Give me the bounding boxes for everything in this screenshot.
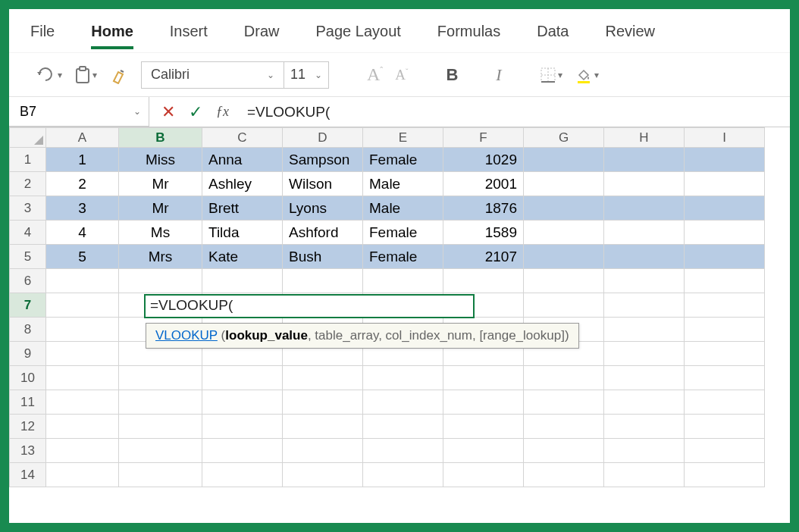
cell-H14[interactable] bbox=[604, 463, 685, 487]
borders-button[interactable]: ▾ bbox=[540, 67, 562, 83]
cell-I13[interactable] bbox=[685, 439, 765, 463]
cell-E14[interactable] bbox=[363, 463, 443, 487]
fx-icon[interactable]: ƒx bbox=[216, 104, 229, 120]
row-header-7[interactable]: 7 bbox=[10, 293, 46, 318]
cell-D7[interactable] bbox=[283, 293, 363, 318]
tooltip-function-link[interactable]: VLOOKUP bbox=[155, 328, 218, 343]
cancel-formula-button[interactable]: ✕ bbox=[161, 102, 175, 122]
column-header-C[interactable]: C bbox=[202, 128, 283, 148]
font-size-select[interactable]: 11 ⌄ bbox=[284, 62, 328, 88]
cell-C7[interactable] bbox=[202, 293, 283, 318]
column-header-H[interactable]: H bbox=[604, 128, 685, 148]
cell-I1[interactable] bbox=[685, 148, 765, 172]
cell-H5[interactable] bbox=[604, 245, 685, 269]
cell-G5[interactable] bbox=[524, 245, 604, 269]
cell-G12[interactable] bbox=[524, 415, 604, 439]
tab-home[interactable]: Home bbox=[91, 12, 133, 49]
cell-C5[interactable]: Kate bbox=[202, 245, 283, 269]
cell-C6[interactable] bbox=[202, 269, 283, 293]
cell-A9[interactable] bbox=[46, 342, 119, 366]
bold-button[interactable]: B bbox=[446, 65, 458, 85]
cell-B1[interactable]: Miss bbox=[119, 148, 202, 172]
column-header-F[interactable]: F bbox=[443, 128, 524, 148]
cell-A4[interactable]: 4 bbox=[46, 221, 119, 245]
cell-D10[interactable] bbox=[283, 366, 363, 390]
cell-F12[interactable] bbox=[443, 415, 524, 439]
cell-I2[interactable] bbox=[685, 172, 765, 196]
cell-B14[interactable] bbox=[119, 463, 202, 487]
cell-H1[interactable] bbox=[604, 148, 685, 172]
cell-G7[interactable] bbox=[524, 293, 604, 318]
cell-E2[interactable]: Male bbox=[363, 172, 443, 196]
cell-G3[interactable] bbox=[524, 196, 604, 221]
cell-D6[interactable] bbox=[283, 269, 363, 293]
cell-D5[interactable]: Bush bbox=[283, 245, 363, 269]
cell-I8[interactable] bbox=[685, 318, 765, 342]
cell-B12[interactable] bbox=[119, 415, 202, 439]
cell-F14[interactable] bbox=[443, 463, 524, 487]
tab-data[interactable]: Data bbox=[537, 12, 569, 49]
row-header-14[interactable]: 14 bbox=[10, 463, 46, 487]
cell-F7[interactable] bbox=[443, 293, 524, 318]
cell-H7[interactable] bbox=[604, 293, 685, 318]
tab-draw[interactable]: Draw bbox=[244, 12, 280, 49]
cell-E11[interactable] bbox=[363, 390, 443, 415]
cell-G2[interactable] bbox=[524, 172, 604, 196]
cell-A2[interactable]: 2 bbox=[46, 172, 119, 196]
font-select[interactable]: Calibri ⌄ 11 ⌄ bbox=[141, 61, 329, 89]
cell-I3[interactable] bbox=[685, 196, 765, 221]
row-header-10[interactable]: 10 bbox=[10, 366, 46, 390]
cell-F1[interactable]: 1029 bbox=[443, 148, 524, 172]
cell-F11[interactable] bbox=[443, 390, 524, 415]
row-header-13[interactable]: 13 bbox=[10, 439, 46, 463]
cell-A6[interactable] bbox=[46, 269, 119, 293]
cell-B4[interactable]: Ms bbox=[119, 221, 202, 245]
column-header-B[interactable]: B bbox=[119, 128, 202, 148]
cell-G4[interactable] bbox=[524, 221, 604, 245]
cell-F3[interactable]: 1876 bbox=[443, 196, 524, 221]
cell-H3[interactable] bbox=[604, 196, 685, 221]
cell-I5[interactable] bbox=[685, 245, 765, 269]
cell-C11[interactable] bbox=[202, 390, 283, 415]
row-header-4[interactable]: 4 bbox=[10, 221, 46, 245]
cell-C13[interactable] bbox=[202, 439, 283, 463]
cell-D11[interactable] bbox=[283, 390, 363, 415]
cell-B10[interactable] bbox=[119, 366, 202, 390]
cell-H4[interactable] bbox=[604, 221, 685, 245]
cell-E6[interactable] bbox=[363, 269, 443, 293]
tab-page-layout[interactable]: Page Layout bbox=[316, 12, 401, 49]
increase-font-button[interactable]: Aˆ bbox=[367, 64, 383, 85]
cell-H2[interactable] bbox=[604, 172, 685, 196]
cell-D12[interactable] bbox=[283, 415, 363, 439]
tab-review[interactable]: Review bbox=[605, 12, 655, 49]
cell-H8[interactable] bbox=[604, 318, 685, 342]
decrease-font-button[interactable]: Aˇ bbox=[395, 67, 408, 83]
cell-A3[interactable]: 3 bbox=[46, 196, 119, 221]
cell-E7[interactable] bbox=[363, 293, 443, 318]
name-box[interactable]: B7 ⌄ bbox=[9, 97, 149, 127]
cell-B6[interactable] bbox=[119, 269, 202, 293]
cell-G14[interactable] bbox=[524, 463, 604, 487]
cell-C12[interactable] bbox=[202, 415, 283, 439]
cell-E13[interactable] bbox=[363, 439, 443, 463]
cell-E10[interactable] bbox=[363, 366, 443, 390]
select-all-corner[interactable] bbox=[10, 128, 46, 148]
cell-A1[interactable]: 1 bbox=[46, 148, 119, 172]
format-painter-button[interactable] bbox=[109, 66, 129, 84]
tab-insert[interactable]: Insert bbox=[170, 12, 208, 49]
cell-I7[interactable] bbox=[685, 293, 765, 318]
paste-button[interactable]: ▾ bbox=[74, 66, 97, 84]
cell-B13[interactable] bbox=[119, 439, 202, 463]
row-header-2[interactable]: 2 bbox=[10, 172, 46, 196]
accept-formula-button[interactable]: ✓ bbox=[189, 102, 202, 122]
cell-H10[interactable] bbox=[604, 366, 685, 390]
cell-A8[interactable] bbox=[46, 318, 119, 342]
cell-F13[interactable] bbox=[443, 439, 524, 463]
cell-A12[interactable] bbox=[46, 415, 119, 439]
cell-C2[interactable]: Ashley bbox=[202, 172, 283, 196]
row-header-6[interactable]: 6 bbox=[10, 269, 46, 293]
cell-G13[interactable] bbox=[524, 439, 604, 463]
column-header-E[interactable]: E bbox=[363, 128, 443, 148]
cell-C4[interactable]: Tilda bbox=[202, 221, 283, 245]
cell-H13[interactable] bbox=[604, 439, 685, 463]
